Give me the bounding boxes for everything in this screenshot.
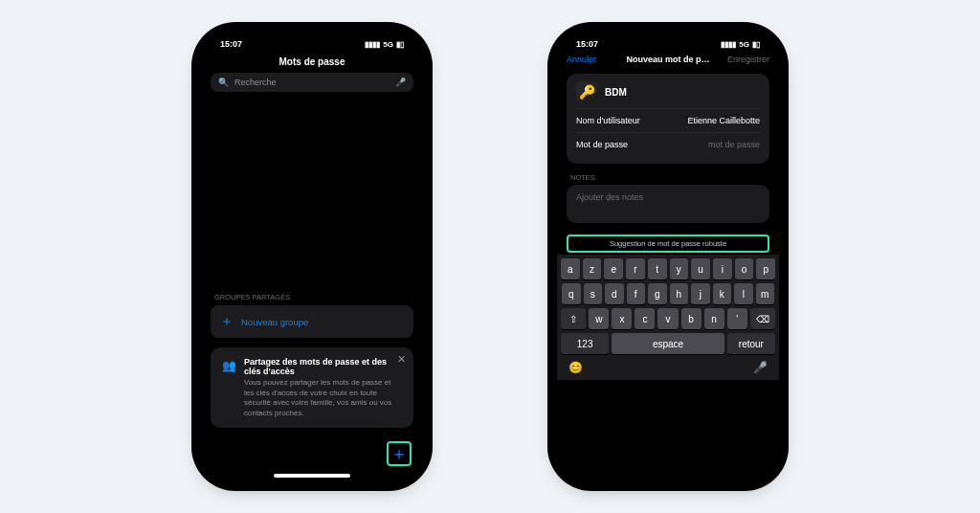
page-title: Mots de passe [201, 53, 423, 73]
search-placeholder: Recherche [234, 78, 277, 87]
entry-name[interactable]: BDM [605, 87, 627, 98]
phone-left: 15:07 ▮▮▮▮ 5G ▮▯ Mots de passe 🔍 Recherc… [201, 32, 423, 481]
key-q[interactable]: q [562, 283, 581, 304]
entry-card: 🔑 BDM Nom d'utilisateur Etienne Caillebo… [567, 74, 769, 164]
search-icon: 🔍 [218, 78, 229, 87]
time: 15:07 [576, 39, 598, 49]
key-⇧[interactable]: ⇧ [561, 308, 586, 329]
key-⌫[interactable]: ⌫ [750, 308, 775, 329]
mic-icon[interactable]: 🎤 [395, 78, 406, 87]
notes-label: NOTES [557, 164, 779, 185]
key-e[interactable]: e [604, 258, 623, 279]
people-icon: 👥 [222, 357, 236, 418]
key-x[interactable]: x [612, 308, 632, 329]
cancel-button[interactable]: Annuler [567, 55, 617, 64]
new-group-label: Nouveau groupe [241, 317, 308, 327]
key-f[interactable]: f [627, 283, 646, 304]
share-sub: Vous pouvez partager les mots de passe e… [244, 376, 402, 418]
notch [615, 32, 721, 55]
notes-placeholder: Ajouter des notes [576, 192, 643, 202]
signal-icon: ▮▮▮▮ [365, 40, 380, 49]
username-field[interactable]: Nom d'utilisateur Etienne Caillebotte [576, 108, 760, 132]
notch [259, 32, 365, 55]
key-i[interactable]: i [713, 258, 732, 279]
key-b[interactable]: b [681, 308, 702, 329]
key-'[interactable]: ' [727, 308, 747, 329]
add-button[interactable]: ＋ [387, 441, 412, 466]
key-u[interactable]: u [691, 258, 710, 279]
key-t[interactable]: t [648, 258, 667, 279]
share-card: 👥 Partagez des mots de passe et des clés… [211, 347, 413, 428]
key-c[interactable]: c [635, 308, 655, 329]
search-input[interactable]: 🔍 Recherche 🎤 [211, 73, 413, 92]
keyboard: azertyuiop qsdfghjklm ⇧wxcvbn'⌫ 123 espa… [557, 255, 779, 380]
key-return[interactable]: retour [727, 333, 775, 354]
password-suggestion[interactable]: Suggestion de mot de passe robuste [567, 234, 769, 253]
signal-icon: ▮▮▮▮ [721, 40, 736, 49]
save-button[interactable]: Enregistrer [719, 55, 769, 64]
page-title: Nouveau mot de p… [617, 55, 719, 64]
key-m[interactable]: m [756, 283, 775, 304]
phone-right: 15:07 ▮▮▮▮ 5G ▮▯ Annuler Nouveau mot de … [557, 32, 779, 481]
plus-icon: ＋ [220, 313, 234, 330]
network-label: 5G [383, 40, 393, 49]
key-r[interactable]: r [626, 258, 645, 279]
key-n[interactable]: n [704, 308, 724, 329]
key-w[interactable]: w [589, 308, 609, 329]
password-label: Mot de passe [576, 140, 628, 149]
time: 15:07 [220, 39, 242, 49]
battery-icon: ▮▯ [752, 40, 760, 49]
battery-icon: ▮▯ [396, 40, 404, 49]
key-s[interactable]: s [584, 283, 603, 304]
new-group-row[interactable]: ＋ Nouveau groupe [211, 305, 413, 338]
notes-field[interactable]: Ajouter des notes [567, 185, 769, 223]
close-icon[interactable]: ✕ [397, 353, 406, 366]
nav-bar: Annuler Nouveau mot de p… Enregistrer [557, 53, 779, 68]
key-h[interactable]: h [670, 283, 689, 304]
key-space[interactable]: espace [612, 333, 724, 354]
network-label: 5G [739, 40, 749, 49]
key-p[interactable]: p [756, 258, 775, 279]
key-a[interactable]: a [561, 258, 580, 279]
key-y[interactable]: y [670, 258, 689, 279]
password-field[interactable]: Mot de passe mot de passe [576, 132, 760, 156]
dictation-icon[interactable]: 🎤 [753, 361, 768, 374]
home-indicator[interactable] [274, 474, 350, 478]
key-d[interactable]: d [605, 283, 624, 304]
key-o[interactable]: o [735, 258, 754, 279]
key-v[interactable]: v [657, 308, 678, 329]
username-label: Nom d'utilisateur [576, 116, 640, 125]
key-z[interactable]: z [583, 258, 602, 279]
key-123[interactable]: 123 [561, 333, 609, 354]
key-g[interactable]: g [648, 283, 667, 304]
password-placeholder: mot de passe [708, 140, 760, 149]
share-title: Partagez des mots de passe et des clés d… [244, 357, 402, 376]
emoji-icon[interactable]: 😊 [568, 361, 583, 374]
groups-label: GROUPES PARTAGÉS [201, 293, 423, 305]
username-value: Etienne Caillebotte [687, 116, 760, 125]
key-l[interactable]: l [734, 283, 753, 304]
toolbar: ＋ [201, 435, 423, 468]
key-j[interactable]: j [691, 283, 710, 304]
key-k[interactable]: k [713, 283, 732, 304]
passwords-app-icon: 🔑 [576, 81, 597, 102]
